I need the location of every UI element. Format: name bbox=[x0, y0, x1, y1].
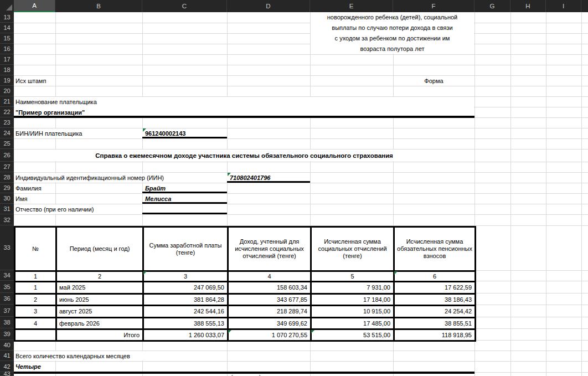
table-cell-total-pension[interactable]: 118 918,95 bbox=[395, 330, 474, 340]
table-cell-total-social[interactable]: 53 515,00 bbox=[312, 330, 393, 340]
stored-as-text-indicator-icon bbox=[228, 330, 231, 333]
row-header-17[interactable]: 17 bbox=[0, 54, 14, 65]
row-header-34[interactable]: 34 bbox=[0, 270, 14, 281]
cell-document-title[interactable]: Справка о ежемесячном доходе участника с… bbox=[14, 149, 474, 162]
row-header-32[interactable]: 32 bbox=[0, 214, 14, 225]
column-header-G[interactable]: G bbox=[474, 0, 510, 12]
table-cell-pension[interactable]: 38 186,43 bbox=[395, 295, 474, 305]
table-colnum-cell[interactable]: 1 bbox=[16, 272, 55, 281]
table-cell-salary[interactable]: 388 555,13 bbox=[144, 318, 227, 328]
table-cell-income[interactable]: 158 603,34 bbox=[229, 282, 310, 293]
table-colnum-cell[interactable]: 4 bbox=[229, 272, 310, 281]
table-cell-income[interactable]: 218 289,74 bbox=[229, 306, 310, 317]
table-cell-salary[interactable]: 242 544,16 bbox=[144, 306, 227, 317]
row-header-35[interactable]: 35 bbox=[0, 281, 14, 293]
row-header-37[interactable]: 37 bbox=[0, 305, 14, 317]
row-header-21[interactable]: 21 bbox=[0, 96, 14, 107]
table-cell-period[interactable]: июнь 2025 bbox=[57, 295, 142, 305]
cell-total-months-value[interactable]: Четыре bbox=[16, 361, 41, 372]
row-header-25[interactable]: 25 bbox=[0, 138, 14, 149]
row-header-30[interactable]: 30 bbox=[0, 193, 14, 204]
column-header-E[interactable]: E bbox=[310, 0, 393, 12]
field-underline bbox=[14, 372, 474, 374]
table-cell-pension[interactable]: 17 622,59 bbox=[395, 282, 474, 293]
table-cell-num[interactable]: 2 bbox=[16, 295, 55, 305]
row-header-29[interactable]: 29 bbox=[0, 183, 14, 193]
gridline bbox=[14, 361, 588, 362]
table-header-cell[interactable]: Период (месяц и год) bbox=[57, 228, 142, 270]
table-cell-num[interactable]: 1 bbox=[16, 282, 55, 293]
row-header-41[interactable]: 41 bbox=[0, 351, 14, 361]
table-cell-income[interactable]: 343 677,85 bbox=[229, 295, 310, 305]
row-header-36[interactable]: 36 bbox=[0, 293, 14, 305]
cell-total-months-label[interactable]: Всего количество календарных месяцев bbox=[16, 351, 130, 361]
table-header-cell[interactable]: Доход, учтенный для исчисления социальны… bbox=[229, 228, 310, 270]
column-header-C[interactable]: C bbox=[142, 0, 227, 12]
cell-name-label[interactable]: Имя bbox=[16, 193, 27, 204]
cell-outgoing-stamp-label[interactable]: Исх штамп bbox=[16, 75, 46, 86]
row-header-22[interactable]: 22 bbox=[0, 107, 14, 117]
row-header-28[interactable]: 28 bbox=[0, 172, 14, 183]
table-cell-salary[interactable]: 247 069,50 bbox=[144, 282, 227, 293]
cell-form-label[interactable]: Форма bbox=[393, 75, 474, 86]
table-header-cell[interactable]: Исчисленная сумма социальных отчислений … bbox=[312, 228, 393, 270]
row-header-38[interactable]: 38 bbox=[0, 317, 14, 328]
column-header-H[interactable]: H bbox=[510, 0, 546, 12]
table-cell-period[interactable]: май 2025 bbox=[57, 282, 142, 293]
table-cell-social[interactable]: 10 915,00 bbox=[312, 306, 393, 317]
row-header-43[interactable]: 43 bbox=[0, 372, 14, 376]
column-header-A[interactable]: A bbox=[14, 0, 55, 12]
table-header-cell[interactable]: № bbox=[16, 228, 55, 270]
row-header-15[interactable]: 15 bbox=[0, 33, 14, 44]
row-header-14[interactable]: 14 bbox=[0, 23, 14, 33]
cell-payer-name-label[interactable]: Наименование плательщика bbox=[16, 96, 97, 107]
row-header-16[interactable]: 16 bbox=[0, 44, 14, 54]
table-header-cell[interactable]: Исчисленная сумма обязательных пенсионны… bbox=[395, 228, 474, 270]
row-header-20[interactable]: 20 bbox=[0, 86, 14, 96]
table-colnum-cell[interactable]: 3 bbox=[144, 272, 227, 281]
table-cell-social[interactable]: 17 184,00 bbox=[312, 295, 393, 305]
select-all-corner[interactable] bbox=[0, 0, 14, 12]
table-cell-total-label[interactable]: Итого bbox=[16, 330, 142, 340]
table-cell-social[interactable]: 7 931,00 bbox=[312, 282, 393, 293]
table-cell-pension[interactable]: 24 254,42 bbox=[395, 306, 474, 317]
row-header-31[interactable]: 31 bbox=[0, 204, 14, 214]
cell-payer-bin-label[interactable]: БИН/ИИН плательщика bbox=[16, 128, 82, 138]
table-cell-period[interactable]: февраль 2026 bbox=[57, 318, 142, 328]
table-cell-salary[interactable]: 381 864,28 bbox=[144, 295, 227, 305]
row-header-24[interactable]: 24 bbox=[0, 128, 14, 138]
table-cell-total-income[interactable]: 1 070 270,55 bbox=[229, 330, 310, 340]
cell-surname-label[interactable]: Фамилия bbox=[16, 183, 42, 193]
field-underline bbox=[142, 202, 227, 204]
table-colnum-cell[interactable]: 6 bbox=[395, 272, 474, 281]
table-cell-num[interactable]: 3 bbox=[16, 306, 55, 317]
column-header-D[interactable]: D bbox=[227, 0, 310, 12]
select-all-triangle-icon bbox=[6, 4, 12, 11]
row-header-40[interactable]: 40 bbox=[0, 340, 14, 351]
cell-iin-label[interactable]: Индивидуальный идентификационный номер (… bbox=[16, 172, 164, 183]
table-cell-pension[interactable]: 38 855,51 bbox=[395, 318, 474, 328]
row-header-27[interactable]: 27 bbox=[0, 162, 14, 172]
table-header-cell[interactable]: Сумма заработной платы (тенге) bbox=[144, 228, 227, 270]
row-header-39[interactable]: 39 bbox=[0, 328, 14, 340]
column-header-B[interactable]: B bbox=[55, 0, 142, 12]
table-colnum-cell[interactable]: 5 bbox=[312, 272, 393, 281]
table-cell-num[interactable]: 4 bbox=[16, 318, 55, 328]
table-cell-total-salary[interactable]: 1 260 033,07 bbox=[144, 330, 227, 340]
gridline bbox=[14, 183, 588, 183]
stored-as-text-indicator-icon bbox=[143, 271, 147, 275]
cell-patronymic-label[interactable]: Отчество (при его наличии) bbox=[16, 204, 94, 214]
column-header-I[interactable]: I bbox=[546, 0, 581, 12]
row-header-26[interactable]: 26 bbox=[0, 149, 14, 162]
table-cell-period[interactable]: август 2025 bbox=[57, 306, 142, 317]
table-cell-income[interactable]: 349 699,62 bbox=[229, 318, 310, 328]
row-header-18[interactable]: 18 bbox=[0, 65, 14, 75]
cell-note-text[interactable]: новорожденного ребенка (детей), социальн… bbox=[310, 12, 474, 54]
table-colnum-cell[interactable]: 2 bbox=[57, 272, 142, 281]
row-header-23[interactable]: 23 bbox=[0, 117, 14, 128]
row-header-13[interactable]: 13 bbox=[0, 12, 14, 23]
column-header-F[interactable]: F bbox=[393, 0, 474, 12]
table-cell-social[interactable]: 17 485,00 bbox=[312, 318, 393, 328]
row-header-33[interactable]: 33 bbox=[0, 225, 14, 270]
row-header-19[interactable]: 19 bbox=[0, 75, 14, 86]
